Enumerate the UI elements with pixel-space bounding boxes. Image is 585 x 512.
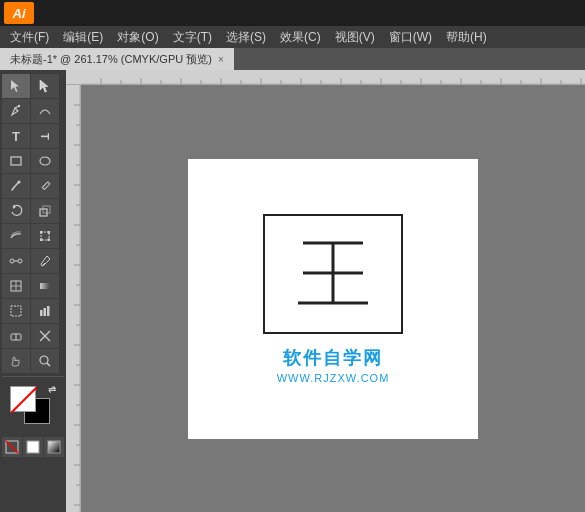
svg-line-33 <box>11 387 37 413</box>
none-button[interactable] <box>2 437 22 457</box>
tool-row-rotate <box>2 199 64 223</box>
svg-point-15 <box>10 259 14 263</box>
svg-rect-14 <box>48 239 51 242</box>
rotate-tool[interactable] <box>2 199 30 223</box>
cursor-tool[interactable] <box>2 74 30 98</box>
ruler-top <box>66 70 585 85</box>
left-toolbar: T T <box>0 70 66 512</box>
svg-rect-37 <box>48 441 60 453</box>
menu-text[interactable]: 文字(T) <box>167 27 218 48</box>
menu-file[interactable]: 文件(F) <box>4 27 55 48</box>
svg-rect-36 <box>27 441 39 453</box>
blend-tool[interactable] <box>2 249 30 273</box>
free-transform-tool[interactable] <box>31 224 59 248</box>
tab-bar: 未标题-1* @ 261.17% (CMYK/GPU 预览) × <box>0 48 585 70</box>
svg-point-31 <box>40 356 48 364</box>
tool-row-crop <box>2 299 64 323</box>
gradient-mode-button[interactable] <box>44 437 64 457</box>
svg-rect-11 <box>40 231 43 234</box>
svg-rect-25 <box>44 308 47 316</box>
tool-row-bottom <box>2 437 64 457</box>
svg-rect-13 <box>40 239 43 242</box>
tool-row-brush <box>2 174 64 198</box>
ellipse-tool[interactable] <box>31 149 59 173</box>
canvas-content: 软件自学网 WWW.RJZXW.COM <box>81 85 585 512</box>
svg-point-16 <box>18 259 22 263</box>
tool-row-mesh <box>2 274 64 298</box>
rectangle-tool[interactable] <box>2 149 30 173</box>
zheng-character-svg <box>283 231 383 316</box>
tool-row-pen <box>2 99 64 123</box>
site-name-text: 软件自学网 <box>277 346 390 370</box>
color-mode-button[interactable] <box>23 437 43 457</box>
menu-object[interactable]: 对象(O) <box>111 27 164 48</box>
svg-line-35 <box>6 441 18 453</box>
artboard: 软件自学网 WWW.RJZXW.COM <box>188 159 478 439</box>
svg-rect-24 <box>40 310 43 316</box>
eyedropper-tool[interactable] <box>31 249 59 273</box>
tool-row-1 <box>2 74 64 98</box>
scissors-tool[interactable] <box>31 324 59 348</box>
tool-row-eraser <box>2 324 64 348</box>
svg-rect-22 <box>40 283 50 289</box>
direct-select-tool[interactable] <box>31 74 59 98</box>
bar-chart-tool[interactable] <box>31 299 59 323</box>
gradient-tool[interactable] <box>31 274 59 298</box>
pen-tool[interactable] <box>2 99 30 123</box>
vertical-type-tool[interactable]: T <box>31 124 59 148</box>
tool-row-type: T T <box>2 124 64 148</box>
tab-close-button[interactable]: × <box>218 54 224 65</box>
logo-graphic <box>263 214 403 334</box>
crop-tool[interactable] <box>2 299 30 323</box>
svg-rect-6 <box>42 182 50 190</box>
type-tool[interactable]: T <box>2 124 30 148</box>
svg-point-5 <box>18 181 21 184</box>
mesh-tool[interactable] <box>2 274 30 298</box>
menu-help[interactable]: 帮助(H) <box>440 27 493 48</box>
curvature-tool[interactable] <box>31 99 59 123</box>
site-info: 软件自学网 WWW.RJZXW.COM <box>277 346 390 384</box>
svg-rect-26 <box>47 306 50 316</box>
ai-logo: Ai <box>4 2 34 24</box>
canvas-area: 软件自学网 WWW.RJZXW.COM <box>66 85 585 512</box>
eraser-tool[interactable] <box>2 324 30 348</box>
svg-marker-0 <box>11 80 19 92</box>
foreground-color-swatch[interactable] <box>10 386 36 412</box>
color-pair-container: ↗ ⇄ <box>6 384 58 430</box>
menu-effect[interactable]: 效果(C) <box>274 27 327 48</box>
canvas-wrapper: 软件自学网 WWW.RJZXW.COM <box>66 70 585 512</box>
tool-row-hand <box>2 349 64 373</box>
paintbrush-tool[interactable] <box>2 174 30 198</box>
menu-edit[interactable]: 编辑(E) <box>57 27 109 48</box>
swap-colors-icon[interactable]: ⇄ <box>48 384 56 395</box>
site-url-text: WWW.RJZXW.COM <box>277 372 390 384</box>
menu-bar: 文件(F) 编辑(E) 对象(O) 文字(T) 选择(S) 效果(C) 视图(V… <box>0 26 585 48</box>
scale-tool[interactable] <box>31 199 59 223</box>
menu-view[interactable]: 视图(V) <box>329 27 381 48</box>
tab-label: 未标题-1* @ 261.17% (CMYK/GPU 预览) <box>10 52 212 67</box>
pencil-tool[interactable] <box>31 174 59 198</box>
ruler-left <box>66 85 81 512</box>
zoom-tool[interactable] <box>31 349 59 373</box>
document-tab[interactable]: 未标题-1* @ 261.17% (CMYK/GPU 预览) × <box>0 48 234 70</box>
tool-row-shapes <box>2 149 64 173</box>
svg-point-4 <box>40 157 50 165</box>
title-bar: Ai <box>0 0 585 26</box>
svg-rect-23 <box>11 306 21 316</box>
svg-line-32 <box>47 363 50 366</box>
svg-point-2 <box>18 105 20 107</box>
main-area: T T <box>0 70 585 512</box>
menu-window[interactable]: 窗口(W) <box>383 27 438 48</box>
tool-row-warp <box>2 224 64 248</box>
toolbar-divider <box>2 376 64 377</box>
svg-marker-1 <box>40 80 48 92</box>
menu-select[interactable]: 选择(S) <box>220 27 272 48</box>
svg-rect-3 <box>11 157 21 165</box>
tool-row-blend <box>2 249 64 273</box>
color-tools-area: ↗ ⇄ <box>2 380 64 434</box>
svg-rect-12 <box>48 231 51 234</box>
hand-tool[interactable] <box>2 349 30 373</box>
warp-tool[interactable] <box>2 224 30 248</box>
